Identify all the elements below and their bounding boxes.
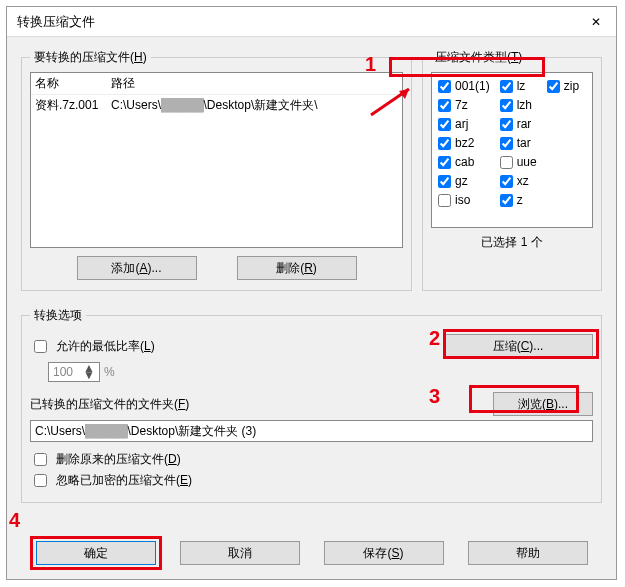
type-lzh[interactable]: lzh: [500, 96, 537, 114]
type-label: cab: [455, 155, 474, 169]
allow-min-ratio-checkbox[interactable]: [34, 340, 47, 353]
annotation-number-4: 4: [9, 509, 20, 532]
type-label: gz: [455, 174, 468, 188]
type-checkbox-7z[interactable]: [438, 99, 451, 112]
type-checkbox-lz[interactable]: [500, 80, 513, 93]
source-files-legend: 要转换的压缩文件(H): [30, 49, 151, 66]
type-label: lzh: [517, 98, 532, 112]
type-iso[interactable]: iso: [438, 191, 490, 209]
type-label: arj: [455, 117, 468, 131]
add-button[interactable]: 添加(A)...: [77, 256, 197, 280]
delete-original-checkbox[interactable]: [34, 453, 47, 466]
titlebar: 转换压缩文件 ✕: [7, 7, 616, 37]
type-checkbox-iso[interactable]: [438, 194, 451, 207]
spinner-arrows-icon: ▲▼: [83, 365, 95, 379]
type-checkbox-gz[interactable]: [438, 175, 451, 188]
type-rar[interactable]: rar: [500, 115, 537, 133]
close-icon: ✕: [591, 15, 601, 29]
type-001(1)[interactable]: 001(1): [438, 77, 490, 95]
archive-types-list: 001(1)7zarjbz2cabgzisolzlzhrartaruuexzzz…: [431, 72, 593, 228]
ratio-spinner[interactable]: 100 ▲▼: [48, 362, 100, 382]
type-checkbox-zip[interactable]: [547, 80, 560, 93]
ratio-value: 100: [53, 365, 83, 379]
type-label: bz2: [455, 136, 474, 150]
type-label: iso: [455, 193, 470, 207]
type-bz2[interactable]: bz2: [438, 134, 490, 152]
help-button[interactable]: 帮助: [468, 541, 588, 565]
type-checkbox-tar[interactable]: [500, 137, 513, 150]
delete-original-label: 删除原来的压缩文件(D): [56, 451, 181, 468]
col-path: 路径: [111, 75, 135, 92]
browse-button[interactable]: 浏览(B)...: [493, 392, 593, 416]
dialog-window: 转换压缩文件 ✕ 要转换的压缩文件(H) 名称 路径 资料.7z.001: [6, 6, 617, 580]
archive-types-legend: 压缩文件类型(T): [431, 49, 526, 66]
ignore-encrypted-label: 忽略已加密的压缩文件(E): [56, 472, 192, 489]
type-xz[interactable]: xz: [500, 172, 537, 190]
type-label: uue: [517, 155, 537, 169]
ok-button[interactable]: 确定: [36, 541, 156, 565]
type-checkbox-bz2[interactable]: [438, 137, 451, 150]
type-label: zip: [564, 79, 579, 93]
cancel-button[interactable]: 取消: [180, 541, 300, 565]
cell-name: 资料.7z.001: [35, 97, 111, 114]
allow-min-ratio-label: 允许的最低比率(L): [56, 338, 155, 355]
compression-button[interactable]: 压缩(C)...: [443, 334, 593, 358]
selected-count: 已选择 1 个: [431, 234, 593, 251]
type-checkbox-uue[interactable]: [500, 156, 513, 169]
convert-options-legend: 转换选项: [30, 307, 86, 324]
type-checkbox-z[interactable]: [500, 194, 513, 207]
type-label: lz: [517, 79, 526, 93]
remove-button[interactable]: 删除(R): [237, 256, 357, 280]
delete-original-check[interactable]: 删除原来的压缩文件(D): [30, 450, 593, 469]
cell-path: C:\Users\█████\Desktop\新建文件夹\: [111, 97, 318, 114]
type-checkbox-rar[interactable]: [500, 118, 513, 131]
save-button[interactable]: 保存(S): [324, 541, 444, 565]
file-list-header: 名称 路径: [31, 73, 402, 95]
archive-types-group: 压缩文件类型(T) 001(1)7zarjbz2cabgzisolzlzhrar…: [422, 49, 602, 291]
type-label: xz: [517, 174, 529, 188]
type-checkbox-cab[interactable]: [438, 156, 451, 169]
convert-options-group: 转换选项 允许的最低比率(L) 压缩(C)... 100: [21, 307, 602, 503]
type-checkbox-lzh[interactable]: [500, 99, 513, 112]
type-label: rar: [517, 117, 532, 131]
ignore-encrypted-checkbox[interactable]: [34, 474, 47, 487]
type-label: z: [517, 193, 523, 207]
type-tar[interactable]: tar: [500, 134, 537, 152]
window-title: 转换压缩文件: [17, 13, 576, 31]
output-folder-field[interactable]: C:\Users\█████\Desktop\新建文件夹 (3): [30, 420, 593, 442]
type-zip[interactable]: zip: [547, 77, 579, 95]
type-label: 7z: [455, 98, 468, 112]
type-checkbox-001(1)[interactable]: [438, 80, 451, 93]
type-7z[interactable]: 7z: [438, 96, 490, 114]
ignore-encrypted-check[interactable]: 忽略已加密的压缩文件(E): [30, 471, 593, 490]
dialog-footer: 确定 取消 保存(S) 帮助: [7, 541, 616, 579]
type-uue[interactable]: uue: [500, 153, 537, 171]
type-checkbox-xz[interactable]: [500, 175, 513, 188]
dialog-body: 要转换的压缩文件(H) 名称 路径 资料.7z.001 C:\Users\███…: [7, 37, 616, 541]
type-arj[interactable]: arj: [438, 115, 490, 133]
close-button[interactable]: ✕: [576, 7, 616, 36]
ratio-unit: %: [104, 365, 115, 379]
type-gz[interactable]: gz: [438, 172, 490, 190]
col-name: 名称: [35, 75, 111, 92]
type-checkbox-arj[interactable]: [438, 118, 451, 131]
allow-min-ratio-check[interactable]: 允许的最低比率(L): [30, 337, 155, 356]
source-files-group: 要转换的压缩文件(H) 名称 路径 资料.7z.001 C:\Users\███…: [21, 49, 412, 291]
type-label: 001(1): [455, 79, 490, 93]
file-list[interactable]: 名称 路径 资料.7z.001 C:\Users\█████\Desktop\新…: [30, 72, 403, 248]
type-z[interactable]: z: [500, 191, 537, 209]
type-cab[interactable]: cab: [438, 153, 490, 171]
folder-label: 已转换的压缩文件的文件夹(F): [30, 396, 189, 413]
type-label: tar: [517, 136, 531, 150]
table-row[interactable]: 资料.7z.001 C:\Users\█████\Desktop\新建文件夹\: [31, 95, 402, 116]
type-lz[interactable]: lz: [500, 77, 537, 95]
